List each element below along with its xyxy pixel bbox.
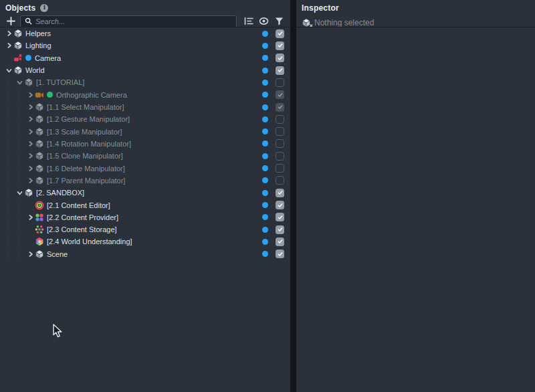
inspector-panel-header: Inspector	[296, 0, 535, 14]
chevron-right-icon[interactable]	[5, 43, 13, 48]
visibility-icon[interactable]	[256, 15, 272, 27]
tree-row[interactable]: [1.4 Rotation Manipulator]	[0, 138, 290, 150]
object-label: [1.2 Gesture Manipulator]	[47, 115, 130, 123]
tree-row[interactable]: [1.6 Delete Manipulator]	[0, 162, 290, 174]
tree-row[interactable]: [2.3 Content Storage]	[0, 223, 290, 235]
chevron-right-icon[interactable]	[26, 141, 35, 146]
filter-icon[interactable]	[272, 15, 287, 27]
visibility-dot[interactable]	[262, 31, 268, 37]
cube-icon	[13, 66, 23, 75]
enabled-checkbox[interactable]	[276, 66, 284, 75]
cube-icon	[35, 176, 44, 185]
visibility-dot[interactable]	[262, 104, 268, 110]
chevron-right-icon[interactable]	[26, 92, 35, 98]
visibility-dot[interactable]	[262, 227, 268, 233]
chevron-right-icon[interactable]	[26, 153, 35, 159]
visibility-dot[interactable]	[262, 177, 268, 183]
inspector-divider	[296, 27, 535, 27]
tree-row[interactable]: [1.2 Gesture Manipulator]	[0, 113, 290, 125]
tree-row[interactable]: [1.5 Clone Manipulator]	[0, 150, 290, 162]
chevron-right-icon[interactable]	[5, 31, 13, 36]
visibility-dot[interactable]	[262, 239, 268, 245]
chevron-right-icon[interactable]	[26, 166, 35, 171]
chevron-down-icon[interactable]	[7, 66, 12, 75]
object-label: [1.4 Rotation Manipulator]	[47, 140, 131, 148]
tree-row[interactable]: [2. SANDBOX]	[0, 187, 290, 199]
enabled-checkbox[interactable]	[276, 201, 284, 209]
tree-row[interactable]: Orthographic Camera	[0, 89, 290, 101]
object-label: [2.4 World Understanding]	[47, 237, 132, 246]
object-label: Scene	[47, 250, 68, 258]
cube-icon	[35, 250, 44, 259]
enabled-checkbox[interactable]	[276, 54, 284, 62]
search-input[interactable]	[35, 17, 232, 25]
enabled-checkbox[interactable]	[276, 78, 284, 87]
visibility-dot[interactable]	[262, 202, 268, 208]
enabled-checkbox[interactable]	[276, 176, 284, 185]
add-object-button[interactable]	[4, 15, 17, 27]
enabled-checkbox[interactable]	[276, 237, 284, 246]
chevron-down-icon[interactable]	[17, 78, 23, 87]
enabled-checkbox[interactable]	[276, 152, 284, 161]
visibility-dot[interactable]	[262, 153, 268, 159]
search-box[interactable]	[20, 15, 237, 27]
visibility-dot[interactable]	[262, 68, 268, 74]
tree-row[interactable]: Lighting	[0, 39, 290, 52]
tree-row[interactable]: [2.2 Content Provider]	[0, 211, 290, 223]
target-icon	[35, 201, 44, 210]
tree-row[interactable]: Helpers	[0, 27, 290, 39]
outline-view-icon	[244, 17, 253, 25]
enabled-checkbox[interactable]	[276, 250, 284, 258]
object-label: World	[25, 66, 45, 74]
object-label: [2.1 Content Editor]	[47, 201, 110, 209]
chevron-down-icon[interactable]	[17, 189, 23, 197]
object-label: Helpers	[25, 29, 51, 37]
visibility-dot[interactable]	[262, 165, 268, 171]
enabled-checkbox[interactable]	[276, 103, 284, 112]
green-dot-badge	[47, 92, 53, 98]
chevron-right-icon[interactable]	[26, 178, 35, 183]
tree-row[interactable]: Camera	[0, 52, 290, 64]
info-icon[interactable]: i	[40, 4, 48, 12]
tree-row[interactable]: Scene	[0, 248, 290, 260]
outline-view-icon[interactable]	[241, 15, 256, 27]
inspector-panel: Inspector ✕ Nothing selected	[296, 0, 535, 392]
visibility-dot[interactable]	[262, 43, 268, 49]
chevron-right-icon[interactable]	[26, 104, 35, 110]
enabled-checkbox[interactable]	[276, 164, 284, 173]
visibility-dot[interactable]	[262, 190, 268, 196]
visibility-dot[interactable]	[262, 80, 268, 86]
enabled-checkbox[interactable]	[276, 41, 284, 50]
chevron-right-icon[interactable]	[26, 116, 35, 122]
enabled-checkbox[interactable]	[276, 115, 284, 124]
visibility-dot[interactable]	[262, 251, 268, 257]
enabled-checkbox[interactable]	[276, 189, 284, 197]
plus-icon	[7, 17, 15, 25]
tree-row[interactable]: World	[0, 64, 290, 76]
chevron-right-icon[interactable]	[26, 252, 35, 257]
enabled-checkbox[interactable]	[276, 213, 284, 221]
visibility-dot[interactable]	[262, 128, 268, 134]
tree-row[interactable]: [1.1 Select Manipulator]	[0, 101, 290, 113]
tree-row[interactable]: [1.7 Parent Manipulator]	[0, 175, 290, 187]
enabled-checkbox[interactable]	[276, 225, 284, 234]
tree-row[interactable]: [2.4 World Understanding]	[0, 235, 290, 248]
visibility-dot[interactable]	[262, 92, 268, 98]
visibility-dot[interactable]	[262, 116, 268, 122]
visibility-dot[interactable]	[262, 214, 268, 220]
enabled-checkbox[interactable]	[276, 90, 284, 99]
visibility-dot[interactable]	[262, 140, 268, 146]
cube-icon	[35, 114, 44, 124]
object-label: [1.5 Clone Manipulator]	[47, 152, 123, 160]
visibility-dot[interactable]	[262, 55, 268, 61]
chevron-right-icon[interactable]	[26, 129, 35, 134]
tree-row[interactable]: [1.3 Scale Manipulator]	[0, 126, 290, 138]
tree-row[interactable]: [1. TUTORIAL]	[0, 76, 290, 88]
funnel-icon	[275, 17, 284, 25]
tree-row[interactable]: [2.1 Content Editor]	[0, 199, 290, 211]
enabled-checkbox[interactable]	[276, 127, 284, 136]
object-tree: HelpersLightingCameraWorld[1. TUTORIAL]O…	[0, 27, 290, 392]
enabled-checkbox[interactable]	[276, 139, 284, 148]
enabled-checkbox[interactable]	[276, 29, 284, 38]
chevron-right-icon[interactable]	[26, 215, 35, 220]
